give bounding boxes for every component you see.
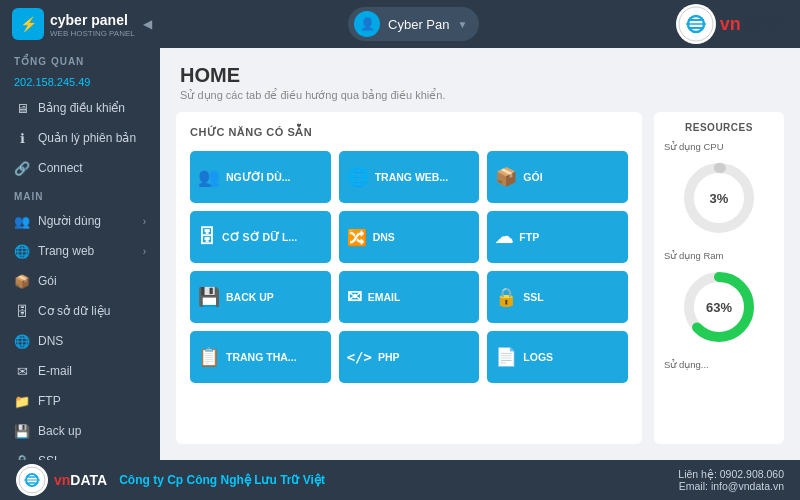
packages-label: Gói — [38, 274, 57, 288]
packages-btn-icon: 📦 — [495, 166, 517, 188]
cpu-label: Sử dụng CPU — [664, 141, 724, 152]
page-title: HOME — [180, 64, 780, 87]
logo-icon: ⚡ — [12, 8, 44, 40]
footer-email: Email: info@vndata.vn — [678, 480, 784, 492]
feature-btn-websites[interactable]: 🌐 TRANG WEB... — [339, 151, 480, 203]
feature-btn-database[interactable]: 🗄 CƠ SỞ DỮ L... — [190, 211, 331, 263]
cpu-resource: Sử dụng CPU 3% — [664, 141, 774, 238]
sidebar-item-dashboard[interactable]: 🖥 Bảng điều khiển — [0, 93, 160, 123]
sidebar-item-packages[interactable]: 📦 Gói — [0, 266, 160, 296]
feature-btn-backup[interactable]: 💾 BACK UP — [190, 271, 331, 323]
logs-btn-icon: 📄 — [495, 346, 517, 368]
chevron-right-icon: › — [143, 216, 146, 227]
ftp-icon: 📁 — [14, 393, 30, 409]
sidebar-item-users[interactable]: 👥 Người dùng › — [0, 206, 160, 236]
features-panel: CHỨC NĂNG CÓ SẴN 👥 NGƯỜI DÙ... 🌐 TRANG W… — [176, 112, 642, 444]
page-subtitle: Sử dụng các tab để điều hướng qua bảng đ… — [180, 89, 780, 102]
footer-vn-icon — [16, 464, 48, 496]
feature-btn-dns[interactable]: 🔀 DNS — [339, 211, 480, 263]
logo-text-block: cyber panel WEB HOSTING PANEL — [50, 11, 135, 38]
footer-logo: vn DATA — [16, 464, 107, 496]
pages-btn-icon: 📋 — [198, 346, 220, 368]
phone-value: 0902.908.060 — [720, 468, 784, 480]
dns-btn-icon: 🔀 — [347, 228, 367, 247]
version-label: Quản lý phiên bản — [38, 131, 136, 145]
database-icon: 🗄 — [14, 303, 30, 319]
email-icon: ✉ — [14, 363, 30, 379]
data-label: DATA — [741, 14, 788, 35]
database-btn-label: CƠ SỞ DỮ L... — [222, 231, 297, 243]
backup-label: Back up — [38, 424, 81, 438]
sidebar-item-backup[interactable]: 💾 Back up — [0, 416, 160, 446]
main-body: CHỨC NĂNG CÓ SẴN 👥 NGƯỜI DÙ... 🌐 TRANG W… — [160, 112, 800, 460]
sidebar-item-email[interactable]: ✉ E-mail — [0, 356, 160, 386]
user-dropdown[interactable]: 👤 Cyber Pan ▼ — [348, 7, 479, 41]
footer-vndata-text: vn DATA — [54, 472, 107, 488]
websites-btn-icon: 🌐 — [347, 166, 369, 188]
dns-label: DNS — [38, 334, 63, 348]
sidebar-item-database[interactable]: 🗄 Cơ sở dữ liệu — [0, 296, 160, 326]
feature-btn-php[interactable]: </> PHP — [339, 331, 480, 383]
sidebar-item-dns[interactable]: 🌐 DNS — [0, 326, 160, 356]
footer-vn-text: vn — [54, 472, 70, 488]
sidebar-item-ssl[interactable]: 🔒 SSL — [0, 446, 160, 460]
sidebar-item-websites[interactable]: 🌐 Trang web › — [0, 236, 160, 266]
feature-btn-logs[interactable]: 📄 LOGS — [487, 331, 628, 383]
email-footer-value: info@vndata.vn — [711, 480, 784, 492]
backup-btn-label: BACK UP — [226, 291, 274, 303]
sidebar-item-version[interactable]: ℹ Quản lý phiên bản — [0, 123, 160, 153]
backup-icon: 💾 — [14, 423, 30, 439]
ftp-btn-label: FTP — [519, 231, 539, 243]
connect-label: Connect — [38, 161, 83, 175]
ftp-label: FTP — [38, 394, 61, 408]
php-btn-icon: </> — [347, 349, 372, 365]
app-footer: vn DATA Công ty Cp Công Nghệ Lưu Trữ Việ… — [0, 460, 800, 500]
dashboard-label: Bảng điều khiển — [38, 101, 125, 115]
disk-resource: Sử dụng... — [664, 359, 774, 376]
vndata-logo: vn DATA — [676, 4, 788, 44]
feature-btn-ftp[interactable]: ☁ FTP — [487, 211, 628, 263]
users-btn-label: NGƯỜI DÙ... — [226, 171, 291, 183]
sidebar-item-ftp[interactable]: 📁 FTP — [0, 386, 160, 416]
resources-panel: RESOURCES Sử dụng CPU 3% Sử dụng Ram — [654, 112, 784, 444]
section-overview-label: TỔNG QUAN — [0, 48, 160, 71]
logo-text: cyber panel — [50, 12, 128, 28]
sidebar-item-connect[interactable]: 🔗 Connect — [0, 153, 160, 183]
main-content: HOME Sử dụng các tab để điều hướng qua b… — [160, 48, 800, 460]
disk-label: Sử dụng... — [664, 359, 709, 370]
page-header: HOME Sử dụng các tab để điều hướng qua b… — [160, 48, 800, 112]
vndata-text: vn DATA — [720, 14, 788, 35]
email-footer-label: Email: — [679, 480, 711, 492]
vndata-circle-icon — [676, 4, 716, 44]
logo-sub: WEB HOSTING PANEL — [50, 29, 135, 38]
packages-icon: 📦 — [14, 273, 30, 289]
features-title: CHỨC NĂNG CÓ SẴN — [190, 126, 628, 139]
footer-contact: Liên hệ: 0902.908.060 Email: info@vndata… — [678, 468, 784, 492]
feature-btn-users[interactable]: 👥 NGƯỜI DÙ... — [190, 151, 331, 203]
sidebar: TỔNG QUAN 202.158.245.49 🖥 Bảng điều khi… — [0, 48, 160, 460]
footer-phone: Liên hệ: 0902.908.060 — [678, 468, 784, 480]
feature-btn-email[interactable]: ✉ EMAIL — [339, 271, 480, 323]
ssl-btn-icon: 🔒 — [495, 286, 517, 308]
ssl-icon: 🔒 — [14, 453, 30, 460]
feature-btn-pages[interactable]: 📋 TRANG THA... — [190, 331, 331, 383]
feature-btn-packages[interactable]: 📦 GÓI — [487, 151, 628, 203]
chevron-down-icon: ▼ — [457, 19, 467, 30]
cpu-chart: 3% — [679, 158, 759, 238]
ram-value: 63% — [706, 300, 732, 315]
feature-btn-ssl[interactable]: 🔒 SSL — [487, 271, 628, 323]
websites-icon: 🌐 — [14, 243, 30, 259]
database-btn-icon: 🗄 — [198, 227, 216, 248]
ram-resource: Sử dụng Ram 63% — [664, 250, 774, 347]
dns-icon: 🌐 — [14, 333, 30, 349]
sidebar-collapse-icon[interactable]: ◀ — [143, 17, 152, 31]
ftp-btn-icon: ☁ — [495, 226, 513, 248]
resources-title: RESOURCES — [664, 122, 774, 133]
user-name: Cyber Pan — [388, 17, 449, 32]
ram-label: Sử dụng Ram — [664, 250, 724, 261]
vn-label: vn — [720, 14, 741, 35]
users-btn-icon: 👥 — [198, 166, 220, 188]
backup-btn-icon: 💾 — [198, 286, 220, 308]
version-icon: ℹ — [14, 130, 30, 146]
phone-label: Liên hệ: — [678, 468, 719, 480]
